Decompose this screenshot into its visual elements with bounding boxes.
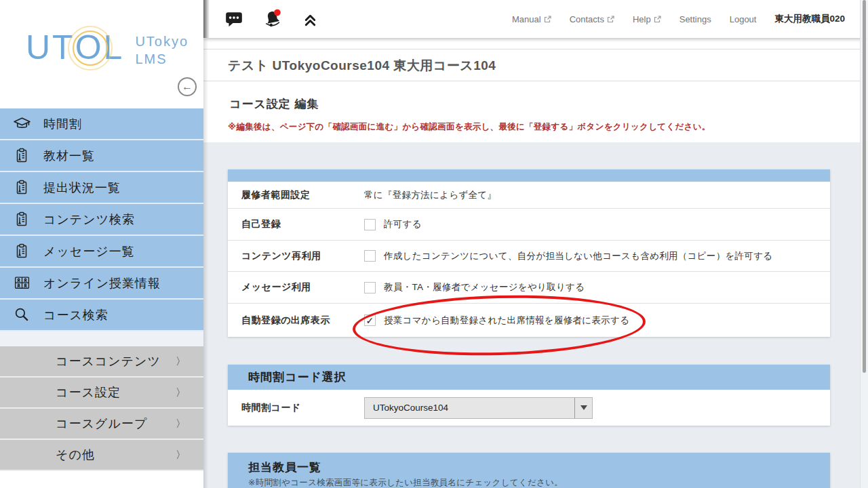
course-title: テスト UTokyoCourse104 東大用コース104: [228, 57, 496, 75]
divider: [203, 81, 868, 81]
table-row-message-use: メッセージ利用 教員・TA・履修者でメッセージをやり取りする: [228, 272, 830, 304]
checkbox[interactable]: [364, 250, 376, 262]
chevron-down-icon[interactable]: [574, 398, 592, 418]
scrollbar-thumb[interactable]: [863, 0, 866, 373]
sidebar-item-label: オンライン授業情報: [43, 275, 161, 291]
staff-list-section: 担当教員一覧 ※時間割やコース検索画面等に表示したい担当教員名にチェックしてくだ…: [228, 453, 830, 488]
divider: [203, 49, 868, 49]
graduation-cap-icon: [0, 115, 43, 133]
sidebar-collapse-button[interactable]: ←: [178, 77, 197, 96]
external-link-icon: [544, 16, 551, 23]
sidebar-item-label: 教材一覧: [43, 148, 95, 164]
edit-notice: ※編集後は、ページ下の「確認画面に進む」から確認画面を表示し、最後に「登録する」…: [228, 121, 711, 133]
clipboard-icon: [0, 179, 43, 197]
course-settings-table: 履修者範囲設定 常に『登録方法によらず全て』 自己登録 許可する コンテンツ再利…: [228, 169, 830, 337]
timetable-code-label: 時間割コード: [228, 402, 364, 414]
page-title: コース設定 編集: [229, 96, 319, 112]
section-title: 担当教員一覧: [248, 460, 830, 475]
sidebar-item-label: 提出状況一覧: [43, 180, 121, 196]
logo-area: UTOL UTokyoLMS ←: [0, 0, 203, 108]
table-header-bar: [228, 169, 830, 182]
chevron-right-icon: 〉: [176, 386, 186, 399]
sidebar-item-timetable[interactable]: 時間割: [0, 108, 203, 140]
title-area: テスト UTokyoCourse104 東大用コース104 コース設定 編集 ※…: [203, 39, 868, 142]
chevron-right-icon: 〉: [176, 355, 186, 368]
sidebar-item-others[interactable]: その他 〉: [0, 440, 203, 471]
sidebar-main-menu: 時間割 教材一覧: [0, 108, 203, 331]
utol-logo-text: UTOL: [26, 27, 124, 68]
sidebar-course-menu: コースコンテンツ 〉 コース設定 〉 コースグループ 〉 その他 〉: [0, 346, 203, 471]
sidebar-item-course-group[interactable]: コースグループ 〉: [0, 409, 203, 440]
sidebar: UTOL UTokyoLMS ← 時間割: [0, 0, 203, 488]
sidebar-item-label: 時間割: [43, 116, 82, 132]
sidebar-divider: [0, 331, 203, 346]
help-link[interactable]: Help: [633, 14, 661, 24]
chevron-right-icon: 〉: [176, 418, 186, 430]
section-header-bar: 時間割コード選択: [228, 365, 830, 390]
section-note: ※時間割やコース検索画面等に表示したい担当教員名にチェックしてください。: [248, 477, 830, 488]
top-header: Manual Contacts Help Settings Logout 東大用…: [203, 0, 868, 39]
timetable-code-select[interactable]: UTokyoCourse104: [364, 397, 593, 419]
manual-link[interactable]: Manual: [512, 14, 551, 24]
utol-logo: UTOL UTokyoLMS: [26, 27, 189, 68]
table-row-content-reuse: コンテンツ再利用 作成したコンテンツについて、自分が担当しない他コースも含め利用…: [228, 241, 830, 272]
contacts-link[interactable]: Contacts: [570, 14, 614, 24]
sidebar-item-course-contents[interactable]: コースコンテンツ 〉: [0, 346, 203, 378]
sidebar-item-course-search[interactable]: コース検索: [0, 300, 203, 331]
user-name: 東大用教職員020: [774, 13, 845, 25]
utol-logo-subtitle: UTokyoLMS: [135, 33, 189, 68]
utol-lms-screen: UTOL UTokyoLMS ← 時間割: [0, 0, 868, 488]
notification-bell-icon[interactable]: [262, 9, 283, 29]
sidebar-item-submission-status[interactable]: 提出状況一覧: [0, 172, 203, 204]
sidebar-item-label: コース検索: [43, 307, 108, 323]
sidebar-item-label: コンテンツ検索: [43, 211, 135, 228]
timetable-code-section: 時間割コード選択 時間割コード UTokyoCourse104: [228, 365, 830, 426]
chevron-right-icon: 〉: [176, 449, 186, 462]
sidebar-item-content-search[interactable]: コンテンツ検索: [0, 204, 203, 236]
external-link-icon: [654, 16, 661, 23]
table-row-self-registration: 自己登録 許可する: [228, 209, 830, 241]
sidebar-item-materials[interactable]: 教材一覧: [0, 140, 203, 172]
section-title: 時間割コード選択: [248, 369, 347, 385]
logo-sun-rings: O: [75, 27, 104, 68]
sidebar-item-label: メッセージ一覧: [43, 243, 135, 260]
sidebar-item-course-settings[interactable]: コース設定 〉: [0, 378, 203, 409]
message-icon[interactable]: [224, 9, 244, 28]
main-area: Manual Contacts Help Settings Logout 東大用…: [203, 0, 868, 488]
collapse-icon[interactable]: [301, 10, 319, 28]
clipboard-icon: [0, 211, 43, 228]
external-link-icon: [607, 16, 614, 23]
checkbox[interactable]: [364, 219, 376, 230]
table-row-auto-attendance-display: 自動登録の出席表示 授業コマから自動登録された出席情報を履修者に表示する: [228, 304, 830, 337]
clipboard-icon: [0, 147, 43, 165]
video-grid-icon: [0, 274, 43, 292]
logout-link[interactable]: Logout: [730, 14, 757, 24]
settings-link[interactable]: Settings: [679, 14, 711, 24]
clipboard-icon: [0, 243, 43, 260]
table-row-enrollee-range: 履修者範囲設定 常に『登録方法によらず全て』: [228, 182, 830, 209]
sidebar-item-online-class-info[interactable]: オンライン授業情報: [0, 268, 203, 300]
checkbox[interactable]: [364, 282, 376, 293]
scrollbar-track[interactable]: [860, 0, 868, 488]
checkbox[interactable]: [364, 314, 376, 326]
section-header-bar: 担当教員一覧 ※時間割やコース検索画面等に表示したい担当教員名にチェックしてくだ…: [228, 453, 830, 488]
sidebar-item-messages[interactable]: メッセージ一覧: [0, 236, 203, 268]
search-icon: [0, 306, 43, 324]
